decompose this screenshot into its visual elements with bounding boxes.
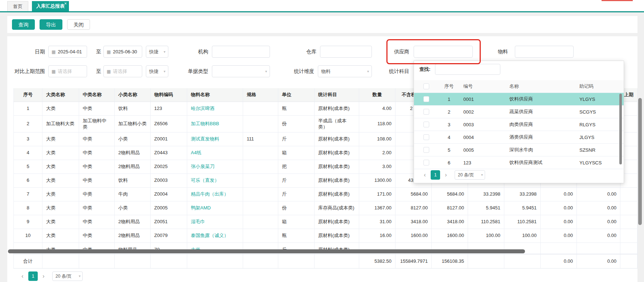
page-size-select[interactable]: 20 条/页 ▾ [455, 170, 485, 180]
table-cell: 大类 [42, 201, 79, 215]
table-cell: 大类 [42, 215, 79, 229]
checkbox-cell [414, 118, 438, 131]
row-checkbox[interactable] [423, 96, 429, 102]
table-cell: Z0003 [151, 174, 187, 187]
date-from-input[interactable]: ▦2025-04-01 [48, 46, 87, 58]
table-cell [620, 201, 637, 215]
material-link[interactable]: 可乐（直发） [191, 177, 219, 183]
material-link[interactable]: 湿毛巾 [191, 219, 205, 225]
prev-page-icon[interactable]: ‹ [421, 172, 428, 178]
page-number-button[interactable]: 1 [431, 170, 440, 180]
next-page-icon[interactable]: › [40, 273, 47, 279]
page-size-select[interactable]: 20 条/页 ▾ [52, 271, 83, 281]
dimension-label: 统计维度 [285, 65, 314, 77]
table-cell: 2物料用品 [115, 146, 151, 160]
popup-cell: 0005 [460, 144, 506, 156]
dimension-select[interactable]: 物料 ▾ [318, 65, 372, 77]
search-input[interactable] [435, 64, 500, 75]
vertical-scrollbar[interactable] [638, 98, 642, 225]
table-cell: 5684.00 [432, 188, 468, 201]
table-cell: 大类 [42, 229, 79, 242]
row-checkbox[interactable] [423, 160, 429, 165]
material-link[interactable]: A4纸 [191, 150, 201, 156]
close-tab-icon[interactable]: × [64, 0, 67, 9]
calendar-icon: ▦ [52, 49, 56, 54]
popup-cell: 深圳水牛肉 [506, 144, 576, 156]
supplier-row[interactable]: 10001饮料供应商YLGYS [414, 93, 624, 106]
page-number-button[interactable]: 1 [28, 271, 38, 281]
next-page-icon[interactable]: › [442, 172, 450, 178]
supplier-row[interactable]: 50005深圳水牛肉SZSNR [414, 144, 624, 156]
popup-cell: 酒类供应商 [506, 131, 576, 143]
table-cell: 1600.00 [432, 229, 468, 242]
material-link[interactable]: 测试直发物料 [191, 136, 219, 142]
table-cell: 5.9451 [468, 201, 504, 215]
popup-cell: RLGYS [576, 118, 624, 131]
row-checkbox[interactable] [423, 109, 429, 115]
material-link[interactable]: 鸭架AMD [191, 205, 211, 211]
tab-inbound-report[interactable]: 入库汇总报表 × [32, 1, 69, 11]
row-checkbox[interactable] [423, 122, 429, 127]
table-cell: 2物料用品 [115, 215, 151, 229]
doc-type-select[interactable]: ▾ [212, 65, 270, 77]
prev-page-icon[interactable]: ‹ [19, 273, 26, 279]
to-label: 至 [95, 65, 102, 77]
quick-select-2[interactable]: 快捷 ▾ [146, 65, 168, 77]
org-label: 机构 [179, 46, 208, 58]
compare-to-input[interactable]: ▦请选择 [103, 65, 142, 77]
table-cell: 张小泉菜刀 [187, 160, 243, 173]
close-button[interactable]: 关闭 [67, 19, 90, 30]
popup-scrollbar[interactable] [619, 94, 622, 164]
table-cell: 0.00 [541, 215, 577, 229]
supplier-row[interactable]: 30003肉类供应商RLGYS [414, 118, 624, 131]
popup-cell: 5 [438, 144, 460, 156]
table-cell [243, 116, 278, 132]
table-cell: 1 [13, 102, 42, 115]
table-cell: Z0005 [151, 201, 187, 215]
material-link[interactable]: 哈尔滨啤酒 [191, 106, 214, 111]
table-cell: 原材料(成本类) [315, 215, 359, 229]
horizontal-scrollbar[interactable] [8, 249, 525, 253]
calendar-icon: ▦ [52, 69, 56, 74]
tab-home[interactable]: 首页 [7, 1, 28, 11]
material-link[interactable]: 加工物料BBB [191, 121, 219, 127]
table-cell: 原材料(成本类) [315, 160, 359, 173]
table-cell: 1600.00 [395, 229, 432, 242]
table-cell [278, 254, 315, 268]
table-pagination: ‹ 1 › 20 条/页 ▾ [19, 271, 83, 281]
table-cell: 原材料(成本类) [315, 102, 359, 115]
query-button[interactable]: 查询 [12, 19, 35, 30]
row-checkbox[interactable] [423, 134, 429, 140]
supplier-input[interactable] [414, 46, 473, 58]
material-link[interactable]: 精品牛肉（出库） [191, 191, 229, 197]
supplier-row[interactable]: 40004酒类供应商JLGYS [414, 131, 624, 144]
date-to-input[interactable]: ▦2025-06-30 [103, 46, 142, 58]
warehouse-input[interactable] [320, 46, 372, 58]
table-cell: 3418.00 [432, 215, 468, 229]
column-header: 中类名称 [79, 88, 115, 102]
material-link[interactable]: 泰国鱼露（诚义） [191, 233, 229, 238]
checkbox-cell [414, 131, 438, 143]
quick-value: 快捷 [149, 69, 159, 74]
export-button[interactable]: 导出 [40, 19, 62, 30]
table-cell [243, 102, 278, 115]
table-cell: 8 [13, 201, 42, 215]
material-input[interactable] [515, 46, 574, 58]
checkbox-cell [414, 156, 438, 169]
select-all-checkbox[interactable] [423, 83, 429, 89]
table-cell [115, 254, 151, 268]
org-input[interactable] [212, 46, 270, 58]
table-cell: 原材料(成本类) [315, 229, 359, 242]
quick-select[interactable]: 快捷 ▾ [146, 46, 168, 58]
supplier-row[interactable]: 20002蔬菜供应商SCGYS [414, 106, 624, 118]
table-cell: 大类 [42, 188, 79, 201]
compare-from-input[interactable]: ▦请选择 [48, 65, 87, 77]
table-cell: 2.00 [359, 146, 395, 160]
table-cell: 0.00 [577, 188, 620, 201]
supplier-row[interactable]: 6123饮料供应商测试YLGYSCS [414, 156, 624, 169]
table-cell: Z0025 [151, 160, 187, 173]
row-checkbox[interactable] [423, 147, 429, 153]
table-cell: Z0004 [151, 188, 187, 201]
supplier-label: 供应商 [380, 46, 409, 58]
material-link[interactable]: 张小泉菜刀 [191, 164, 214, 169]
